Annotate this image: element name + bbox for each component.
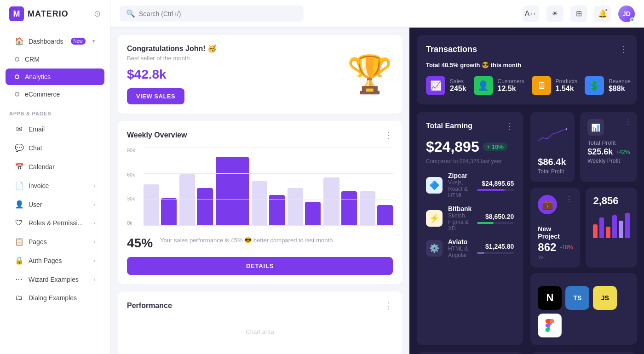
figma-svg bbox=[545, 319, 555, 332]
customers-value: 12.5k bbox=[498, 85, 524, 93]
figma-icon bbox=[538, 314, 562, 337]
new-badge: New bbox=[71, 38, 86, 45]
sidebar-item-ecommerce[interactable]: eCommerce bbox=[6, 86, 104, 103]
zipcar-info: Zipcar Vuejs, React & HTML bbox=[448, 172, 472, 199]
project-icon-box: 💼 bbox=[538, 195, 557, 214]
topbar: 🔍 A↔ ☀ ⊞ 🔔 JD bbox=[110, 0, 644, 28]
zipcar-bar bbox=[477, 189, 514, 191]
nextjs-icon: N bbox=[538, 286, 562, 310]
topbar-right: A↔ ☀ ⊞ 🔔 JD bbox=[523, 6, 635, 22]
bar-light-6 bbox=[360, 191, 375, 226]
mini-bar-1 bbox=[593, 224, 598, 238]
svg-point-0 bbox=[566, 128, 568, 130]
notification-button[interactable]: 🔔 bbox=[594, 6, 611, 22]
sidebar-item-chat[interactable]: 💬 Chat bbox=[6, 139, 104, 157]
earning-badge: + 10% bbox=[483, 143, 507, 151]
bar-purple-5 bbox=[341, 191, 357, 226]
details-button[interactable]: DETAILS bbox=[127, 257, 393, 275]
earning-amount: $24,895 + 10% bbox=[426, 138, 514, 155]
performance-menu[interactable]: ⋮ bbox=[385, 301, 393, 311]
sidebar-item-dashboards[interactable]: 🏠 Dashboards New ▾ bbox=[6, 32, 104, 50]
sidebar-item-label: Chat bbox=[29, 144, 42, 152]
main-content: 🔍 A↔ ☀ ⊞ 🔔 JD bbox=[110, 0, 644, 354]
earning-item-bitbank: ⚡ Bitbank Sketch, Figma & XD $8,650.20 bbox=[426, 205, 514, 232]
translate-button[interactable]: A↔ bbox=[523, 6, 539, 22]
sidebar-item-calendar[interactable]: 📅 Calendar bbox=[6, 158, 104, 176]
transactions-menu[interactable]: ⋮ bbox=[619, 44, 627, 54]
sidebar-item-user[interactable]: 👤 User › bbox=[6, 195, 104, 213]
sidebar-item-dialog[interactable]: 🗂 Dialog Examples bbox=[6, 289, 104, 307]
bitbank-info: Bitbank Sketch, Figma & XD bbox=[448, 205, 472, 232]
sidebar-item-analytics[interactable]: Analytics bbox=[6, 69, 104, 85]
revenue-value: $88k bbox=[609, 85, 631, 93]
sidebar-item-label: Calendar bbox=[29, 163, 55, 171]
weekly-chart: 90k 60k 30k 0k bbox=[127, 148, 393, 230]
customers-icon: 👤 bbox=[477, 80, 489, 91]
weekly-overview-menu[interactable]: ⋮ bbox=[385, 130, 393, 140]
grid-button[interactable]: ⊞ bbox=[570, 6, 587, 22]
chart-bar-icon: 📊 bbox=[591, 123, 600, 132]
bar-light-0 bbox=[144, 184, 159, 226]
stat-products: 🖥 Products 1.54k bbox=[532, 76, 577, 95]
bars-container bbox=[144, 148, 393, 226]
chevron-icon: › bbox=[93, 277, 95, 282]
search-input[interactable] bbox=[139, 10, 297, 17]
sidebar-item-roles[interactable]: 🛡 Roles & Permissi... › bbox=[6, 214, 104, 232]
middle-row: Total Earning ⋮ $24,895 + 10% Compared t… bbox=[417, 112, 637, 345]
view-sales-button[interactable]: VIEW SALES bbox=[127, 88, 184, 104]
logo-icon: M bbox=[9, 6, 24, 21]
performance-description: Your sales performance is 45% 😎 better c… bbox=[160, 236, 333, 245]
weekly-overview-card: Weekly Overview ⋮ 90k 60k 30k 0k bbox=[118, 121, 402, 284]
circle-icon bbox=[15, 92, 19, 97]
bitbank-value: $8,650.20 bbox=[477, 213, 514, 220]
bar-light-3 bbox=[252, 181, 267, 226]
products-icon-box: 🖥 bbox=[532, 76, 551, 95]
sidebar-item-wizard[interactable]: ⋯ Wizard Examples › bbox=[6, 270, 104, 288]
bitbank-logo: ⚡ bbox=[426, 210, 443, 227]
section-label-apps: APPS & PAGES bbox=[0, 103, 110, 119]
bar-purple-2 bbox=[216, 157, 249, 226]
theme-button[interactable]: ☀ bbox=[546, 6, 563, 22]
javascript-icon: JS bbox=[593, 286, 617, 310]
invoice-icon: 📄 bbox=[15, 181, 23, 190]
project-sublabel: Ye... bbox=[538, 255, 573, 260]
sidebar-item-crm[interactable]: CRM bbox=[6, 51, 104, 68]
sidebar-item-invoice[interactable]: 📄 Invoice › bbox=[6, 177, 104, 194]
earning-menu[interactable]: ⋮ bbox=[506, 121, 514, 131]
new-project-card: 💼 ⋮ New Project 862 -18% Ye... bbox=[530, 188, 580, 268]
sidebar-collapse-icon[interactable]: ⊙ bbox=[94, 9, 101, 19]
big-stat-label: Total Profit bbox=[538, 168, 567, 175]
user-icon: 👤 bbox=[15, 200, 23, 209]
bar-group-1 bbox=[179, 174, 213, 226]
chart-label-90k: 90k bbox=[127, 148, 135, 153]
chat-icon: 💬 bbox=[15, 143, 23, 152]
project-menu[interactable]: ⋮ bbox=[565, 195, 573, 204]
sidebar-item-pages[interactable]: 📋 Pages › bbox=[6, 233, 104, 251]
right-panel: Transactions ⋮ Total 48.5% growth 😎 this… bbox=[409, 28, 644, 354]
typescript-icon: TS bbox=[565, 286, 589, 310]
auth-icon: 🔒 bbox=[15, 256, 23, 265]
bitbank-bar bbox=[477, 222, 514, 224]
line-chart-area bbox=[538, 119, 567, 153]
big-stat-value: $86.4k bbox=[538, 157, 567, 167]
sidebar-item-label: User bbox=[29, 201, 42, 208]
zipcar-logo: 🔷 bbox=[426, 177, 443, 194]
avatar[interactable]: JD bbox=[618, 6, 635, 22]
circle-icon bbox=[15, 74, 19, 79]
bar-purple-3 bbox=[269, 195, 285, 226]
profit-menu[interactable]: ⋮ bbox=[624, 117, 632, 126]
mini-bar-3 bbox=[606, 227, 610, 238]
congrats-card: Congratulations John! 🥳 Best seller of t… bbox=[118, 35, 402, 114]
revenue-icon: 💲 bbox=[588, 80, 600, 91]
sidebar-item-email[interactable]: ✉ Email bbox=[6, 120, 104, 138]
performance-title: Performance bbox=[127, 302, 172, 310]
weekly-overview-title: Weekly Overview bbox=[127, 131, 187, 139]
aviato-logo: ⚙️ bbox=[426, 240, 443, 257]
search-box[interactable]: 🔍 bbox=[120, 6, 304, 22]
sidebar-item-auth[interactable]: 🔒 Auth Pages › bbox=[6, 251, 104, 269]
shield-icon: 🛡 bbox=[15, 219, 23, 227]
sidebar-item-label: Auth Pages bbox=[29, 257, 62, 264]
growth-emoji: 😎 bbox=[482, 62, 489, 69]
sales-value: 245k bbox=[450, 85, 466, 93]
big-stat-card: $86.4k Total Profit bbox=[530, 112, 575, 182]
